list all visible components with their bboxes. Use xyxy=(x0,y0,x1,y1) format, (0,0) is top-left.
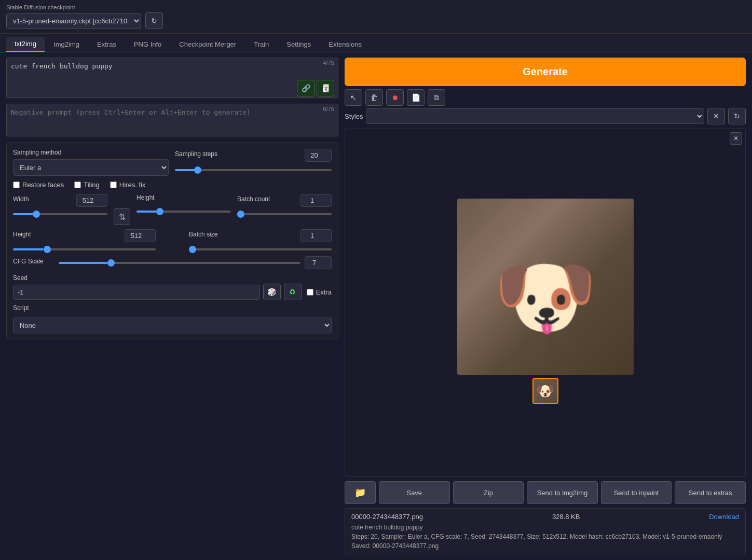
clip-skip-icon[interactable]: 🔗 xyxy=(297,80,315,96)
tab-txt2img[interactable]: txt2img xyxy=(6,37,45,52)
thumbnail-1[interactable]: 🐶 xyxy=(532,378,558,404)
tab-extensions[interactable]: Extensions xyxy=(320,37,370,52)
checkpoint-label: Stable Diffusion checkpoint xyxy=(6,4,746,10)
send-inpaint-btn[interactable]: Send to inpaint xyxy=(601,481,672,504)
send-img2img-btn[interactable]: Send to img2img xyxy=(527,481,598,504)
seed-recycle-btn[interactable]: ♻ xyxy=(284,284,302,300)
sampling-row: Sampling method Euler a Sampling steps xyxy=(13,149,332,176)
output-image: 🐶 xyxy=(457,199,634,375)
extra-networks-icon[interactable]: 🃏 xyxy=(317,80,334,96)
sampling-steps-label: Sampling steps xyxy=(175,150,217,158)
tab-bar: txt2img img2img Extras PNG Info Checkpoi… xyxy=(0,34,752,52)
folder-btn[interactable]: 📁 xyxy=(345,481,376,504)
batch-count-slider[interactable] xyxy=(237,213,332,215)
info-bar-top: 00000-2743448377.png 328.8 KB Download xyxy=(351,513,739,521)
spacer xyxy=(162,229,183,252)
sampling-steps-slider[interactable] xyxy=(175,169,332,171)
script-section: Script None xyxy=(13,304,332,333)
zip-btn[interactable]: Zip xyxy=(453,481,524,504)
swap-dimensions-btn[interactable]: ⇅ xyxy=(114,208,130,225)
script-select[interactable]: None xyxy=(13,317,332,333)
positive-prompt-input[interactable] xyxy=(6,58,338,98)
restore-faces-checkbox[interactable]: Restore faces xyxy=(13,181,64,189)
seed-section: Seed 🎲 ♻ Extra xyxy=(13,274,332,300)
controls-section: Sampling method Euler a Sampling steps xyxy=(6,142,338,340)
styles-select[interactable] xyxy=(366,108,704,124)
sampling-steps-col: Sampling steps xyxy=(175,149,332,173)
send-extras-btn[interactable]: Send to extras xyxy=(675,481,746,504)
width-label: Width xyxy=(13,195,29,203)
batch-count-label: Batch count xyxy=(237,195,270,203)
tab-settings[interactable]: Settings xyxy=(278,37,319,52)
right-top: Generate ↖ 🗑 ⏺ 📄 ⧉ Styles ✕ ↻ xyxy=(345,58,746,124)
height-full-slider[interactable] xyxy=(13,248,156,250)
sampling-method-label: Sampling method xyxy=(13,149,169,156)
batch-count-input[interactable] xyxy=(300,194,332,207)
top-bar: Stable Diffusion checkpoint v1-5-pruned-… xyxy=(0,0,752,34)
negative-prompt-input[interactable] xyxy=(6,104,338,136)
styles-refresh-btn[interactable]: ↻ xyxy=(728,108,746,124)
height-slider[interactable] xyxy=(136,211,231,213)
width-slider[interactable] xyxy=(13,213,107,215)
info-filename: 00000-2743448377.png xyxy=(351,513,423,521)
tab-png-info[interactable]: PNG Info xyxy=(126,37,170,52)
height-label: Height xyxy=(136,194,155,201)
copy-btn[interactable]: ⧉ xyxy=(428,89,445,106)
dimensions-batch-row: Width ⇅ Height Batch count xyxy=(13,194,332,225)
negative-prompt-area: 0/75 xyxy=(6,104,338,138)
main-content: 4/75 🔗 🃏 0/75 Sampling method Euler a xyxy=(0,52,752,560)
height-full-label: Height xyxy=(13,231,31,238)
extra-checkbox[interactable]: Extra xyxy=(307,288,332,296)
generate-button[interactable]: Generate xyxy=(345,58,746,86)
trash-btn[interactable]: 🗑 xyxy=(365,89,383,106)
tab-checkpoint-merger[interactable]: Checkpoint Merger xyxy=(171,37,244,52)
circle-btn[interactable]: ⏺ xyxy=(386,89,404,106)
page-btn[interactable]: 📄 xyxy=(407,89,425,106)
cfg-row: CFG Scale xyxy=(13,256,332,269)
positive-prompt-area: 4/75 🔗 🃏 xyxy=(6,58,338,100)
batch-size-input[interactable] xyxy=(300,229,332,242)
width-col: Width xyxy=(13,194,107,225)
info-saved: Saved: 00000-2743448377.png xyxy=(351,541,739,551)
download-link[interactable]: Download xyxy=(709,513,739,521)
seed-input[interactable] xyxy=(13,285,260,300)
tab-img2img[interactable]: img2img xyxy=(46,37,88,52)
dog-emoji-display: 🐶 xyxy=(494,256,597,339)
close-output-btn[interactable]: ✕ xyxy=(730,132,742,145)
tab-train[interactable]: Train xyxy=(245,37,277,52)
prompt-positive-icons: 🔗 🃏 xyxy=(297,80,334,96)
width-input[interactable] xyxy=(76,194,107,207)
top-bar-row: v1-5-pruned-emaonly.ckpt [cc6cb27103] ↻ xyxy=(6,12,746,29)
toolbar-row: ↖ 🗑 ⏺ 📄 ⧉ xyxy=(345,89,746,106)
sampling-steps-input[interactable] xyxy=(305,149,332,162)
negative-counter: 0/75 xyxy=(323,106,334,112)
sampling-method-col: Sampling method Euler a xyxy=(13,149,169,176)
info-size: 328.8 KB xyxy=(552,513,580,521)
height-col: Height xyxy=(136,194,231,225)
styles-x-btn[interactable]: ✕ xyxy=(707,108,725,124)
styles-label: Styles xyxy=(345,113,363,120)
batch-size-label: Batch size xyxy=(189,231,217,238)
left-panel: 4/75 🔗 🃏 0/75 Sampling method Euler a xyxy=(6,58,338,555)
height-input[interactable] xyxy=(125,229,156,242)
height-batchsize-row: Height Batch size xyxy=(13,229,332,252)
send-to-output-btn[interactable]: ↖ xyxy=(345,89,362,106)
checkpoint-select[interactable]: v1-5-pruned-emaonly.ckpt [cc6cb27103] xyxy=(6,13,141,29)
save-btn[interactable]: Save xyxy=(379,481,450,504)
refresh-checkpoint-btn[interactable]: ↻ xyxy=(145,12,163,29)
info-meta: Steps: 20, Sampler: Euler a, CFG scale: … xyxy=(351,532,739,541)
seed-row: 🎲 ♻ Extra xyxy=(13,284,332,300)
styles-row: Styles ✕ ↻ xyxy=(345,108,746,124)
cfg-slider[interactable] xyxy=(59,262,300,264)
batch-size-slider[interactable] xyxy=(189,248,332,250)
cfg-input[interactable] xyxy=(305,256,332,269)
sampling-method-select[interactable]: Euler a xyxy=(13,159,169,176)
action-buttons-row: 📁 Save Zip Send to img2img Send to inpai… xyxy=(345,481,746,504)
tab-extras[interactable]: Extras xyxy=(89,37,125,52)
positive-counter: 4/75 xyxy=(323,60,334,66)
generate-col: Generate ↖ 🗑 ⏺ 📄 ⧉ Styles ✕ ↻ xyxy=(345,58,746,124)
seed-dice-btn[interactable]: 🎲 xyxy=(263,284,281,300)
tiling-checkbox[interactable]: Tiling xyxy=(74,181,100,189)
height-full-col: Height xyxy=(13,229,156,252)
hires-fix-checkbox[interactable]: Hires. fix xyxy=(110,181,146,189)
